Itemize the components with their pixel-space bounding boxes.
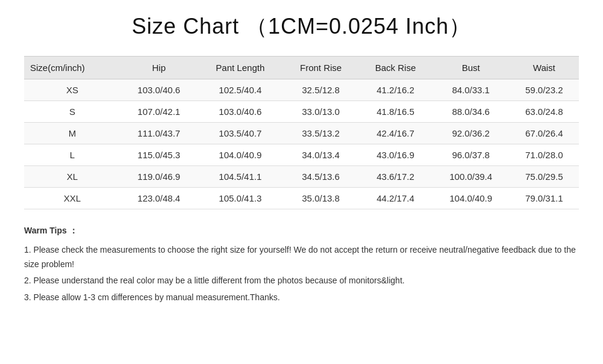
table-header-row: Size(cm/inch)HipPant LengthFront RiseBac… <box>24 57 579 79</box>
table-cell-r0-c5: 84.0/33.1 <box>433 79 510 101</box>
table-cell-r4-c0: XL <box>24 166 120 188</box>
warm-tips-section: Warm Tips ： 1. Please check the measurem… <box>24 224 579 305</box>
table-cell-r2-c2: 103.5/40.7 <box>198 123 283 144</box>
table-row: M111.0/43.7103.5/40.733.5/13.242.4/16.79… <box>24 123 579 144</box>
table-cell-r2-c4: 42.4/16.7 <box>358 123 433 144</box>
table-cell-r5-c3: 35.0/13.8 <box>283 188 358 209</box>
table-cell-r1-c5: 88.0/34.6 <box>433 101 510 123</box>
table-cell-r3-c0: L <box>24 144 120 166</box>
table-cell-r0-c4: 41.2/16.2 <box>358 79 433 101</box>
table-cell-r4-c4: 43.6/17.2 <box>358 166 433 188</box>
table-col-header-6: Waist <box>510 57 579 79</box>
table-cell-r4-c2: 104.5/41.1 <box>198 166 283 188</box>
warm-tip-1: 1. Please check the measurements to choo… <box>24 243 579 272</box>
table-cell-r1-c1: 107.0/42.1 <box>120 101 198 123</box>
table-cell-r5-c0: XXL <box>24 188 120 209</box>
table-row: XS103.0/40.6102.5/40.432.5/12.841.2/16.2… <box>24 79 579 101</box>
table-cell-r0-c1: 103.0/40.6 <box>120 79 198 101</box>
table-row: XL119.0/46.9104.5/41.134.5/13.643.6/17.2… <box>24 166 579 188</box>
page-title: Size Chart （1CM=0.0254 Inch） <box>24 12 579 42</box>
table-row: S107.0/42.1103.0/40.633.0/13.041.8/16.58… <box>24 101 579 123</box>
table-cell-r5-c6: 79.0/31.1 <box>510 188 579 209</box>
table-col-header-0: Size(cm/inch) <box>24 57 120 79</box>
table-body: XS103.0/40.6102.5/40.432.5/12.841.2/16.2… <box>24 79 579 209</box>
table-cell-r4-c1: 119.0/46.9 <box>120 166 198 188</box>
table-cell-r0-c6: 59.0/23.2 <box>510 79 579 101</box>
warm-tip-3: 3. Please allow 1-3 cm differences by ma… <box>24 291 579 305</box>
table-cell-r0-c0: XS <box>24 79 120 101</box>
table-cell-r3-c3: 34.0/13.4 <box>283 144 358 166</box>
table-cell-r4-c6: 75.0/29.5 <box>510 166 579 188</box>
table-row: L115.0/45.3104.0/40.934.0/13.443.0/16.99… <box>24 144 579 166</box>
table-cell-r2-c5: 92.0/36.2 <box>433 123 510 144</box>
table-cell-r4-c5: 100.0/39.4 <box>433 166 510 188</box>
table-cell-r1-c2: 103.0/40.6 <box>198 101 283 123</box>
table-cell-r2-c1: 111.0/43.7 <box>120 123 198 144</box>
warm-tip-2: 2. Please understand the real color may … <box>24 274 579 288</box>
table-cell-r2-c6: 67.0/26.4 <box>510 123 579 144</box>
table-row: XXL123.0/48.4105.0/41.335.0/13.844.2/17.… <box>24 188 579 209</box>
table-cell-r2-c0: M <box>24 123 120 144</box>
warm-tips-header: Warm Tips ： <box>24 224 579 238</box>
table-cell-r5-c2: 105.0/41.3 <box>198 188 283 209</box>
table-cell-r5-c5: 104.0/40.9 <box>433 188 510 209</box>
table-cell-r2-c3: 33.5/13.2 <box>283 123 358 144</box>
table-col-header-4: Back Rise <box>358 57 433 79</box>
size-chart-table: Size(cm/inch)HipPant LengthFront RiseBac… <box>24 56 579 209</box>
table-cell-r4-c3: 34.5/13.6 <box>283 166 358 188</box>
table-col-header-3: Front Rise <box>283 57 358 79</box>
table-cell-r3-c5: 96.0/37.8 <box>433 144 510 166</box>
table-cell-r1-c3: 33.0/13.0 <box>283 101 358 123</box>
table-col-header-5: Bust <box>433 57 510 79</box>
table-cell-r3-c2: 104.0/40.9 <box>198 144 283 166</box>
table-cell-r3-c1: 115.0/45.3 <box>120 144 198 166</box>
table-cell-r1-c4: 41.8/16.5 <box>358 101 433 123</box>
table-col-header-1: Hip <box>120 57 198 79</box>
table-cell-r0-c3: 32.5/12.8 <box>283 79 358 101</box>
table-cell-r1-c6: 63.0/24.8 <box>510 101 579 123</box>
table-cell-r0-c2: 102.5/40.4 <box>198 79 283 101</box>
table-cell-r5-c1: 123.0/48.4 <box>120 188 198 209</box>
table-cell-r5-c4: 44.2/17.4 <box>358 188 433 209</box>
table-col-header-2: Pant Length <box>198 57 283 79</box>
table-cell-r1-c0: S <box>24 101 120 123</box>
table-cell-r3-c4: 43.0/16.9 <box>358 144 433 166</box>
table-cell-r3-c6: 71.0/28.0 <box>510 144 579 166</box>
